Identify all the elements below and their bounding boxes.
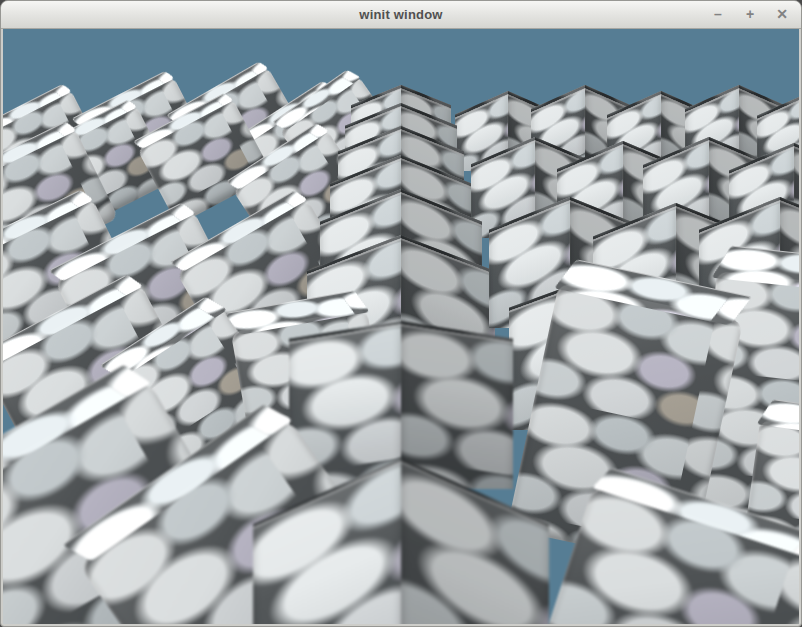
cube-shading [401, 461, 549, 624]
3d-viewport [3, 29, 799, 624]
close-button-icon[interactable]: ✕ [773, 1, 791, 28]
cube-shading [253, 461, 401, 624]
cube-left-face [253, 458, 401, 624]
window-titlebar[interactable]: winit window – + ✕ [1, 1, 801, 29]
cube-right-face [401, 458, 549, 624]
window-controls: – + ✕ [709, 1, 791, 28]
stone-cube-corner [253, 458, 549, 624]
minimize-button-icon[interactable]: – [709, 1, 727, 28]
app-window: winit window – + ✕ [0, 0, 802, 627]
window-title: winit window [359, 7, 442, 22]
maximize-button-icon[interactable]: + [741, 1, 759, 28]
